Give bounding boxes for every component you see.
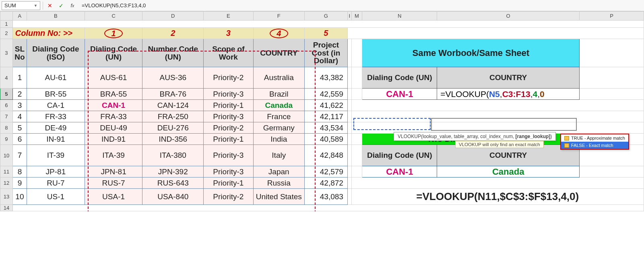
row-2[interactable]: 2	[0, 28, 13, 39]
chevron-down-icon[interactable]: ▼	[34, 4, 37, 8]
col-N[interactable]: N	[362, 12, 437, 21]
table-cell[interactable]: 42,117	[304, 111, 347, 122]
table-cell[interactable]: BRA-76	[142, 89, 204, 100]
table-cell[interactable]: Priority-2	[204, 122, 253, 134]
row-7[interactable]: 7	[0, 111, 13, 122]
table-cell[interactable]: Priority-2	[204, 189, 253, 205]
table-cell[interactable]: 9	[12, 178, 27, 189]
select-all[interactable]	[0, 12, 13, 21]
th-cost[interactable]: Project Cost (in Dollar)	[304, 39, 347, 67]
table-cell[interactable]: JPN-81	[85, 166, 142, 178]
table-cell[interactable]: 10	[12, 189, 27, 205]
table-cell[interactable]: Russia	[253, 178, 304, 189]
formula-input[interactable]: =VLOOKUP(N5,C3:F13,4,0	[79, 2, 642, 8]
table-cell[interactable]: FRA-33	[85, 111, 142, 122]
row-1[interactable]: 1	[0, 21, 13, 28]
table-cell[interactable]: Priority-2	[204, 67, 253, 89]
box1-title[interactable]: Same Worbook/Same Sheet	[362, 39, 580, 67]
table-cell[interactable]: Priority-3	[204, 89, 253, 100]
col-I[interactable]: I	[347, 12, 351, 21]
col-C[interactable]: C	[85, 12, 142, 21]
table-cell[interactable]: AUS-36	[142, 67, 204, 89]
col-P[interactable]: P	[580, 12, 644, 21]
col-no-label[interactable]: Column No: >>	[12, 28, 85, 39]
table-cell[interactable]: JPN-392	[142, 166, 204, 178]
table-cell[interactable]: US-1	[27, 189, 85, 205]
th-un[interactable]: Dialing Code (UN)	[85, 39, 142, 67]
table-cell[interactable]: 42,579	[304, 166, 347, 178]
table-cell[interactable]: Priority-1	[204, 178, 253, 189]
table-cell[interactable]: Japan	[253, 166, 304, 178]
table-cell[interactable]: Priority-1	[204, 100, 253, 111]
col-E[interactable]: E	[204, 12, 253, 21]
table-cell[interactable]: RU-7	[27, 178, 85, 189]
col-A[interactable]: A	[12, 12, 27, 21]
table-cell[interactable]: 8	[12, 166, 27, 178]
option-true[interactable]: TRUE - Approximate match	[561, 134, 628, 142]
row-14[interactable]: 14	[0, 205, 13, 211]
table-cell[interactable]: AU-61	[27, 67, 85, 89]
box2-val[interactable]: Canada	[437, 166, 580, 178]
table-cell[interactable]: Australia	[253, 67, 304, 89]
col-F[interactable]: F	[253, 12, 304, 21]
table-cell[interactable]: BR-55	[27, 89, 85, 100]
row-11[interactable]: 11	[0, 166, 13, 178]
table-cell[interactable]: Priority-3	[204, 166, 253, 178]
row-8[interactable]: 8	[0, 122, 13, 134]
table-cell[interactable]: 3	[12, 100, 27, 111]
table-cell[interactable]: Italy	[253, 145, 304, 166]
name-box[interactable]: SUM ▼	[2, 1, 40, 10]
table-cell[interactable]: Brazil	[253, 89, 304, 100]
syntax-tooltip[interactable]: VLOOKUP(lookup_value, table_array, col_i…	[394, 132, 556, 141]
row-3[interactable]: 3	[0, 39, 13, 67]
table-cell[interactable]: 43,534	[304, 122, 347, 134]
table-cell[interactable]: AUS-61	[85, 67, 142, 89]
table-cell[interactable]: CA-1	[27, 100, 85, 111]
table-cell[interactable]: France	[253, 111, 304, 122]
box2-h1[interactable]: Dialing Code (UN)	[362, 145, 437, 166]
table-cell[interactable]: ITA-39	[85, 145, 142, 166]
table-cell[interactable]: India	[253, 134, 304, 145]
table-cell[interactable]: JP-81	[27, 166, 85, 178]
table-cell[interactable]: IT-39	[27, 145, 85, 166]
col-no-2[interactable]: 2	[142, 28, 204, 39]
table-cell[interactable]: 5	[12, 122, 27, 134]
table-cell[interactable]: 1	[12, 67, 27, 89]
table-cell[interactable]: 42,848	[304, 145, 347, 166]
col-B[interactable]: B	[27, 12, 85, 21]
table-cell[interactable]: 2	[12, 89, 27, 100]
box2-key[interactable]: CAN-1	[362, 166, 437, 178]
col-O[interactable]: O	[437, 12, 580, 21]
row-6[interactable]: 6	[0, 100, 13, 111]
table-cell[interactable]: FR-33	[27, 111, 85, 122]
table-cell[interactable]: Priority-3	[204, 145, 253, 166]
table-cell[interactable]: ITA-380	[142, 145, 204, 166]
table-cell[interactable]: 42,559	[304, 89, 347, 100]
table-cell[interactable]: Priority-1	[204, 134, 253, 145]
table-cell[interactable]: 6	[12, 134, 27, 145]
th-ctry[interactable]: COUNTRY	[253, 39, 304, 67]
col-no-3[interactable]: 3	[204, 28, 253, 39]
col-M[interactable]: M	[351, 12, 362, 21]
table-cell[interactable]: CAN-1	[85, 100, 142, 111]
table-cell[interactable]: DEU-276	[142, 122, 204, 134]
box1-key[interactable]: CAN-1	[362, 89, 437, 100]
table-cell[interactable]: CAN-124	[142, 100, 204, 111]
worksheet[interactable]: A B C D E F G I M N O P 1 2 Column No: >…	[0, 11, 644, 211]
box1-formula-cell[interactable]: =VLOOKUP(N5,C3:F13,4,0	[437, 89, 580, 100]
row-12[interactable]: 12	[0, 178, 13, 189]
col-D[interactable]: D	[142, 12, 204, 21]
col-G[interactable]: G	[304, 12, 347, 21]
table-cell[interactable]: Priority-3	[204, 111, 253, 122]
table-cell[interactable]: IND-91	[85, 134, 142, 145]
table-cell[interactable]: BRA-55	[85, 89, 142, 100]
table-cell[interactable]: Germany	[253, 122, 304, 134]
row-10[interactable]: 10	[0, 145, 13, 166]
col-no-5[interactable]: 5	[304, 28, 347, 39]
table-cell[interactable]: USA-840	[142, 189, 204, 205]
box1-h1[interactable]: Dialing Code (UN)	[362, 67, 437, 89]
table-cell[interactable]: IN-91	[27, 134, 85, 145]
table-cell[interactable]: 4	[12, 111, 27, 122]
row-4[interactable]: 4	[0, 67, 13, 89]
table-cell[interactable]: FRA-250	[142, 111, 204, 122]
